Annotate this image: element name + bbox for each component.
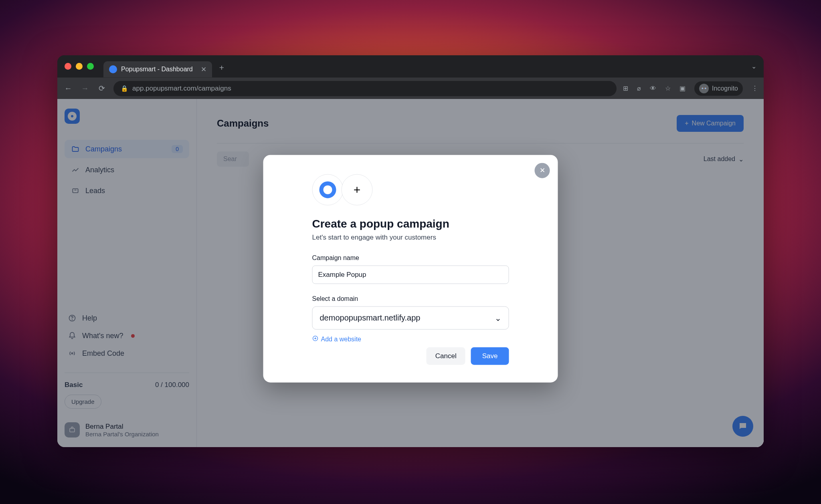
browser-actions: ⊞ ⌀ 👁 ☆ ▣ 👓 Incognito ⋮ (623, 81, 758, 96)
modal-icon-row: + (312, 174, 509, 205)
window-close-icon[interactable] (65, 63, 71, 70)
modal-subtitle: Let's start to engage with your customer… (312, 233, 509, 241)
add-website-label: Add a website (321, 335, 362, 343)
plus-icon: + (342, 174, 373, 205)
desktop-wallpaper: Popupsmart - Dashboard ✕ + ⌄ ← → ⟳ 🔒 app… (0, 0, 821, 504)
campaign-name-label: Campaign name (312, 254, 509, 261)
key-icon[interactable]: ⌀ (637, 85, 641, 92)
browser-address-bar: ← → ⟳ 🔒 app.popupsmart.com/campaigns ⊞ ⌀… (57, 77, 764, 99)
new-tab-button[interactable]: + (219, 63, 224, 73)
tab-close-icon[interactable]: ✕ (201, 65, 206, 74)
create-campaign-modal: ✕ + Create a popup campaign Let's start … (263, 155, 558, 382)
close-icon: ✕ (540, 166, 545, 175)
app-content: Campaigns 0 Analytics Leads (57, 99, 764, 447)
cancel-button[interactable]: Cancel (427, 347, 465, 365)
domain-select-label: Select a domain (312, 295, 509, 302)
domain-selected-value: demopopupsmart.netlify.app (320, 313, 421, 323)
lock-icon: 🔒 (121, 85, 128, 92)
window-minimize-icon[interactable] (76, 63, 83, 70)
incognito-label: Incognito (712, 85, 738, 92)
url-input[interactable]: 🔒 app.popupsmart.com/campaigns (113, 81, 617, 96)
domain-select[interactable]: demopopupsmart.netlify.app ⌄ (312, 306, 509, 329)
window-controls (65, 63, 94, 70)
chevron-down-icon: ⌄ (495, 313, 501, 323)
panel-icon[interactable]: ▣ (679, 85, 686, 92)
browser-tab-bar: Popupsmart - Dashboard ✕ + ⌄ (57, 55, 764, 77)
browser-menu-icon[interactable]: ⋮ (752, 85, 758, 92)
popupsmart-logo-icon (312, 174, 344, 205)
plus-circle-icon (312, 335, 319, 343)
add-website-link[interactable]: Add a website (312, 335, 509, 343)
tab-title: Popupsmart - Dashboard (121, 66, 193, 73)
extensions-icon[interactable]: ⊞ (623, 85, 628, 92)
modal-actions: Cancel Save (312, 347, 509, 365)
nav-back-icon[interactable]: ← (63, 84, 73, 93)
window-maximize-icon[interactable] (87, 63, 94, 70)
modal-close-button[interactable]: ✕ (535, 163, 550, 178)
tab-favicon-icon (109, 65, 117, 73)
bookmark-icon[interactable]: ☆ (665, 85, 671, 92)
incognito-icon: 👓 (699, 84, 709, 93)
campaign-name-input[interactable] (312, 265, 509, 284)
browser-tab[interactable]: Popupsmart - Dashboard ✕ (103, 61, 212, 77)
nav-forward-icon[interactable]: → (80, 84, 90, 93)
url-text: app.popupsmart.com/campaigns (132, 85, 231, 93)
modal-title: Create a popup campaign (312, 217, 509, 230)
nav-reload-icon[interactable]: ⟳ (97, 84, 107, 93)
browser-window: Popupsmart - Dashboard ✕ + ⌄ ← → ⟳ 🔒 app… (57, 55, 764, 447)
save-button[interactable]: Save (471, 347, 509, 365)
incognito-indicator[interactable]: 👓 Incognito (694, 81, 743, 96)
tabs-overflow-button[interactable]: ⌄ (751, 62, 756, 70)
eye-off-icon[interactable]: 👁 (650, 85, 656, 92)
